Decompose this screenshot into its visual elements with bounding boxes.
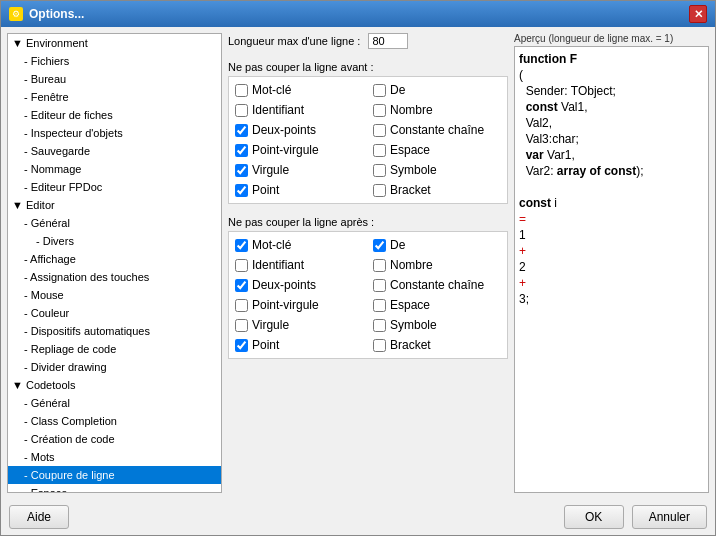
preview-line: var Var1, bbox=[519, 147, 704, 163]
tree-item-assignation-touches[interactable]: - Assignation des touches bbox=[8, 268, 221, 286]
checkbox-label-de-a: De bbox=[390, 236, 405, 254]
tree-item-repliage-code[interactable]: - Repliage de code bbox=[8, 340, 221, 358]
preview-line: 2 bbox=[519, 259, 704, 275]
checkbox-mot-cle-b[interactable] bbox=[235, 84, 248, 97]
checkbox-deux-points-b[interactable] bbox=[235, 124, 248, 137]
tree-item-creation-code[interactable]: - Création de code bbox=[8, 430, 221, 448]
tree-item-sauvegarde[interactable]: - Sauvegarde bbox=[8, 142, 221, 160]
checkbox-row-identifiant-b: Identifiant bbox=[235, 101, 363, 119]
preview-line: 3; bbox=[519, 291, 704, 307]
line-length-label: Longueur max d'une ligne : bbox=[228, 35, 360, 47]
tree-item-environment[interactable]: ▼ Environment bbox=[8, 34, 221, 52]
tree-item-editor[interactable]: ▼ Editor bbox=[8, 196, 221, 214]
tree-item-divers[interactable]: - Divers bbox=[8, 232, 221, 250]
checkbox-symbole-a[interactable] bbox=[373, 319, 386, 332]
checkbox-virgule-a[interactable] bbox=[235, 319, 248, 332]
checkbox-row-symbole-a: Symbole bbox=[373, 316, 501, 334]
checkbox-deux-points-a[interactable] bbox=[235, 279, 248, 292]
checkbox-nombre-a[interactable] bbox=[373, 259, 386, 272]
checkbox-row-nombre-b: Nombre bbox=[373, 101, 501, 119]
checkbox-label-mot-cle-a: Mot-clé bbox=[252, 236, 291, 254]
checkbox-label-point-b: Point bbox=[252, 181, 279, 199]
checkbox-label-virgule-a: Virgule bbox=[252, 316, 289, 334]
preview-line: Var2: array of const); bbox=[519, 163, 704, 179]
tree-item-mouse[interactable]: - Mouse bbox=[8, 286, 221, 304]
checkbox-label-deux-points-a: Deux-points bbox=[252, 276, 316, 294]
checkbox-bracket-a[interactable] bbox=[373, 339, 386, 352]
app-icon: ⚙ bbox=[9, 7, 23, 21]
checkbox-label-bracket-a: Bracket bbox=[390, 336, 431, 354]
line-length-input[interactable] bbox=[368, 33, 408, 49]
tree-item-fenetre[interactable]: - Fenêtre bbox=[8, 88, 221, 106]
checkbox-point-virgule-a[interactable] bbox=[235, 299, 248, 312]
tree-item-bureau[interactable]: - Bureau bbox=[8, 70, 221, 88]
tree-item-codetools[interactable]: ▼ Codetools bbox=[8, 376, 221, 394]
checkbox-row-mot-cle-b: Mot-clé bbox=[235, 81, 363, 99]
checkbox-mot-cle-a[interactable] bbox=[235, 239, 248, 252]
preview-line: ( bbox=[519, 67, 704, 83]
tree-item-affichage[interactable]: - Affichage bbox=[8, 250, 221, 268]
checkbox-identifiant-b[interactable] bbox=[235, 104, 248, 117]
preview-line bbox=[519, 179, 704, 195]
checkbox-point-virgule-b[interactable] bbox=[235, 144, 248, 157]
options-panel: Longueur max d'une ligne : Ne pas couper… bbox=[228, 33, 508, 493]
preview-line: + bbox=[519, 275, 704, 291]
preview-line: Val2, bbox=[519, 115, 704, 131]
checkbox-bracket-b[interactable] bbox=[373, 184, 386, 197]
tree-item-dispositifs-automatiques[interactable]: - Dispositifs automatiques bbox=[8, 322, 221, 340]
checkbox-espace-a[interactable] bbox=[373, 299, 386, 312]
tree-item-general[interactable]: - Général bbox=[8, 214, 221, 232]
tree-item-mots[interactable]: - Mots bbox=[8, 448, 221, 466]
tree-item-espace[interactable]: - Espace bbox=[8, 484, 221, 493]
cancel-button[interactable]: Annuler bbox=[632, 505, 707, 529]
preview-line: const Val1, bbox=[519, 99, 704, 115]
checkbox-row-espace-b: Espace bbox=[373, 141, 501, 159]
preview-panel: Aperçu (longueur de ligne max. = 1) func… bbox=[514, 33, 709, 493]
ok-button[interactable]: OK bbox=[564, 505, 624, 529]
tree-item-editeur-fiches[interactable]: - Editeur de fiches bbox=[8, 106, 221, 124]
checkbox-nombre-b[interactable] bbox=[373, 104, 386, 117]
before-checkbox-grid: Mot-cléDeIdentifiantNombreDeux-pointsCon… bbox=[228, 76, 508, 204]
tree-item-editeur-fpdoc[interactable]: - Editeur FPDoc bbox=[8, 178, 221, 196]
before-section-label: Ne pas couper la ligne avant : bbox=[228, 61, 508, 73]
tree-item-nommage[interactable]: - Nommage bbox=[8, 160, 221, 178]
ok-cancel-group: OK Annuler bbox=[564, 505, 707, 529]
checkbox-label-espace-b: Espace bbox=[390, 141, 430, 159]
checkbox-row-point-b: Point bbox=[235, 181, 363, 199]
checkbox-point-a[interactable] bbox=[235, 339, 248, 352]
checkbox-symbole-b[interactable] bbox=[373, 164, 386, 177]
preview-line: 1 bbox=[519, 227, 704, 243]
checkbox-label-point-a: Point bbox=[252, 336, 279, 354]
checkbox-row-de-a: De bbox=[373, 236, 501, 254]
checkbox-row-point-virgule-a: Point-virgule bbox=[235, 296, 363, 314]
preview-line: function F bbox=[519, 51, 704, 67]
tree-item-fichiers[interactable]: - Fichiers bbox=[8, 52, 221, 70]
checkbox-label-identifiant-b: Identifiant bbox=[252, 101, 304, 119]
checkbox-row-bracket-b: Bracket bbox=[373, 181, 501, 199]
checkbox-constante-chaine-b[interactable] bbox=[373, 124, 386, 137]
checkbox-espace-b[interactable] bbox=[373, 144, 386, 157]
checkbox-de-a[interactable] bbox=[373, 239, 386, 252]
checkbox-row-mot-cle-a: Mot-clé bbox=[235, 236, 363, 254]
help-button[interactable]: Aide bbox=[9, 505, 69, 529]
checkbox-row-identifiant-a: Identifiant bbox=[235, 256, 363, 274]
checkbox-label-deux-points-b: Deux-points bbox=[252, 121, 316, 139]
checkbox-label-identifiant-a: Identifiant bbox=[252, 256, 304, 274]
checkbox-label-constante-chaine-a: Constante chaîne bbox=[390, 276, 484, 294]
checkbox-label-symbole-a: Symbole bbox=[390, 316, 437, 334]
checkbox-de-b[interactable] bbox=[373, 84, 386, 97]
tree-item-inspecteur-objets[interactable]: - Inspecteur d'objets bbox=[8, 124, 221, 142]
tree-item-divider-drawing[interactable]: - Divider drawing bbox=[8, 358, 221, 376]
checkbox-identifiant-a[interactable] bbox=[235, 259, 248, 272]
checkbox-row-point-a: Point bbox=[235, 336, 363, 354]
checkbox-virgule-b[interactable] bbox=[235, 164, 248, 177]
tree-item-coupure-de-ligne[interactable]: - Coupure de ligne bbox=[8, 466, 221, 484]
checkbox-point-b[interactable] bbox=[235, 184, 248, 197]
tree-item-class-completion[interactable]: - Class Completion bbox=[8, 412, 221, 430]
tree-item-general2[interactable]: - Général bbox=[8, 394, 221, 412]
tree-item-couleur[interactable]: - Couleur bbox=[8, 304, 221, 322]
checkbox-constante-chaine-a[interactable] bbox=[373, 279, 386, 292]
checkbox-label-de-b: De bbox=[390, 81, 405, 99]
close-button[interactable]: ✕ bbox=[689, 5, 707, 23]
tree-panel[interactable]: ▼ Environment- Fichiers- Bureau- Fenêtre… bbox=[7, 33, 222, 493]
